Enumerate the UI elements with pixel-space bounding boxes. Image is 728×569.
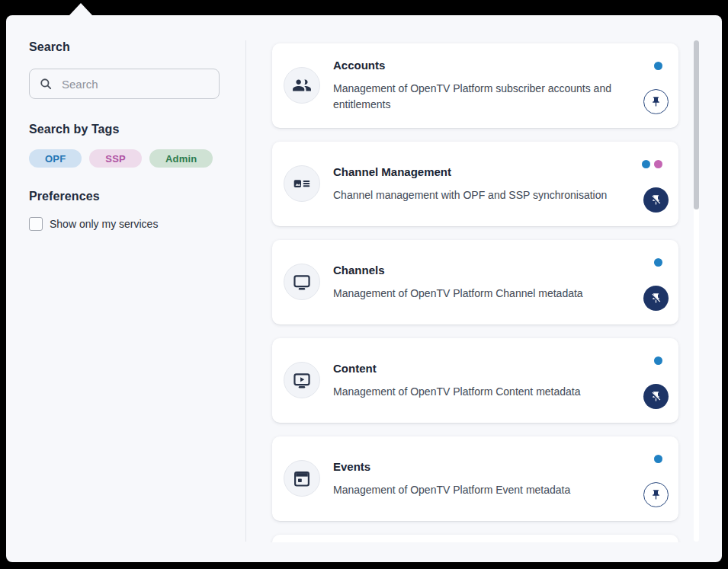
service-title: Channel Management xyxy=(333,165,646,179)
service-list: Accounts Management of OpenTV Platform s… xyxy=(246,15,722,542)
service-tag-dots xyxy=(654,455,662,463)
search-sidebar: Search Search by Tags OPFSSPAdmin Prefer… xyxy=(6,15,245,562)
tag-pill-admin[interactable]: Admin xyxy=(149,149,213,168)
unpin-button[interactable] xyxy=(643,384,669,409)
tag-dot xyxy=(654,356,662,365)
service-card-channel-management[interactable]: Channel Management Channel management wi… xyxy=(272,142,678,226)
service-card-partial[interactable] xyxy=(272,535,678,542)
tv-icon xyxy=(284,264,320,300)
service-tag-dots xyxy=(642,160,662,168)
tag-pill-ssp[interactable]: SSP xyxy=(89,149,142,168)
search-heading: Search xyxy=(29,40,224,54)
services-popover: Search Search by Tags OPFSSPAdmin Prefer… xyxy=(6,15,722,562)
tags-heading: Search by Tags xyxy=(29,123,224,136)
pin-button[interactable] xyxy=(643,89,669,114)
service-description: Management of OpenTV Platform Content me… xyxy=(333,384,646,400)
tag-dot xyxy=(642,160,650,168)
search-input[interactable] xyxy=(60,77,210,91)
service-tag-dots xyxy=(654,62,662,70)
service-tag-dots xyxy=(654,258,662,267)
pin-button[interactable] xyxy=(643,482,669,507)
tag-dot xyxy=(654,258,662,267)
service-card-accounts[interactable]: Accounts Management of OpenTV Platform s… xyxy=(272,43,678,128)
tags-row: OPFSSPAdmin xyxy=(29,149,224,168)
popover-arrow xyxy=(69,3,92,15)
search-box[interactable] xyxy=(29,69,220,99)
unpin-button[interactable] xyxy=(643,187,669,213)
tv-play-icon xyxy=(284,362,320,398)
search-icon xyxy=(39,77,53,91)
service-description: Management of OpenTV Platform Event meta… xyxy=(333,482,646,498)
scrollbar-track[interactable] xyxy=(694,40,699,542)
service-tag-dots xyxy=(654,356,662,365)
service-card-events[interactable]: Events Management of OpenTV Platform Eve… xyxy=(272,436,678,521)
service-card-channels[interactable]: Channels Management of OpenTV Platform C… xyxy=(272,240,678,324)
show-only-my-services-checkbox[interactable] xyxy=(29,217,43,231)
people-group-icon xyxy=(284,67,320,104)
service-title: Channels xyxy=(333,264,646,277)
service-description: Management of OpenTV Platform Channel me… xyxy=(333,286,646,302)
tag-pill-opf[interactable]: OPF xyxy=(29,149,82,168)
service-title: Accounts xyxy=(333,59,646,72)
channel-card-icon xyxy=(284,165,320,202)
service-title: Content xyxy=(333,362,646,376)
show-only-my-services-label: Show only my services xyxy=(50,218,158,230)
service-title: Events xyxy=(333,460,646,474)
tag-dot xyxy=(654,62,662,70)
unpin-button[interactable] xyxy=(643,286,669,311)
tag-dot xyxy=(654,455,662,463)
scrollbar-thumb[interactable] xyxy=(694,40,699,209)
service-description: Management of OpenTV Platform subscriber… xyxy=(333,81,646,113)
tag-dot xyxy=(654,160,662,168)
service-card-content[interactable]: Content Management of OpenTV Platform Co… xyxy=(272,338,678,423)
show-only-my-services-row: Show only my services xyxy=(29,217,224,231)
calendar-icon xyxy=(284,460,320,497)
preferences-heading: Preferences xyxy=(29,190,224,203)
service-description: Channel management with OPF and SSP sync… xyxy=(333,187,646,203)
